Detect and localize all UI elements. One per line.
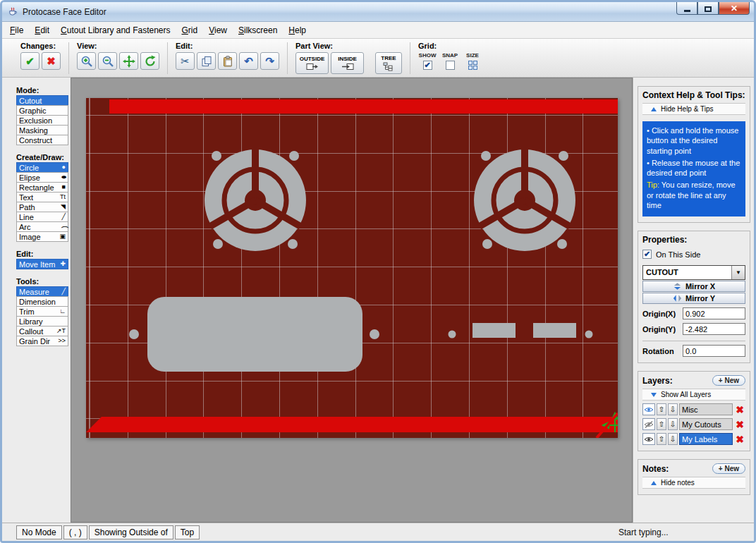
- edit-item-move[interactable]: Move Item✚: [16, 259, 68, 269]
- copy-icon: [201, 56, 212, 67]
- mounting-hole[interactable]: [449, 331, 456, 338]
- menu-view[interactable]: View: [204, 23, 232, 37]
- tool-item-dimension[interactable]: Dimension: [16, 296, 68, 307]
- help-toggle[interactable]: Hide Help & Tips: [642, 103, 745, 115]
- exclusion-strip-top[interactable]: [109, 99, 618, 114]
- tool-item-trim[interactable]: Trim∟: [16, 306, 68, 317]
- draw-item-arc[interactable]: Arc(: [16, 221, 68, 232]
- cancel-changes-button[interactable]: ✖: [42, 52, 61, 70]
- grid-show-checkbox[interactable]: ✔: [423, 61, 432, 70]
- mode-item-masking[interactable]: Masking: [16, 125, 68, 135]
- inside-view-button[interactable]: INSIDE: [331, 52, 364, 74]
- mirror-x-button[interactable]: Mirror X: [642, 281, 745, 292]
- tool-item-measure[interactable]: Measure╱: [16, 286, 68, 297]
- undo-button[interactable]: ↶: [239, 52, 258, 70]
- outside-view-button[interactable]: OUTSIDE: [295, 52, 329, 74]
- mounting-hole[interactable]: [370, 329, 379, 339]
- origin-y-input[interactable]: [683, 323, 745, 335]
- dsub-cutout[interactable]: [147, 297, 362, 372]
- item-type-dropdown[interactable]: CUTOUT ▼: [642, 265, 745, 280]
- menu-grid[interactable]: Grid: [176, 23, 202, 37]
- visibility-eye-icon[interactable]: [642, 433, 655, 445]
- draw-item-line[interactable]: Line╱: [16, 212, 68, 222]
- menu-cutout-library[interactable]: Cutout Library and Fasteners: [56, 23, 175, 37]
- delete-layer-button[interactable]: ✖: [734, 434, 745, 445]
- mode-item-graphic[interactable]: Graphic: [16, 105, 68, 116]
- canvas[interactable]: [71, 78, 633, 523]
- mounting-hole[interactable]: [585, 331, 593, 338]
- draw-item-text[interactable]: TextTt: [16, 192, 68, 202]
- paste-button[interactable]: [218, 52, 237, 70]
- fan-cutout-right[interactable]: [474, 148, 575, 251]
- apply-changes-button[interactable]: ✔: [20, 52, 39, 70]
- mirror-y-button[interactable]: Mirror Y: [642, 293, 745, 304]
- title-bar[interactable]: Protocase Face Editor ✕: [2, 2, 754, 22]
- redo-button[interactable]: ↷: [260, 52, 279, 70]
- grid-label: Grid:: [418, 42, 482, 50]
- exclusion-strip-bottom[interactable]: [86, 417, 618, 432]
- check-icon: ✔: [25, 56, 35, 66]
- tree-label: TREE: [381, 55, 396, 61]
- window-title: Protocase Face Editor: [23, 7, 106, 17]
- pan-button[interactable]: [119, 52, 138, 70]
- draw-item-elipse[interactable]: Elipse●: [16, 172, 68, 183]
- fan-cutout-left[interactable]: [205, 148, 306, 251]
- rectangle-icon: ■: [62, 184, 66, 190]
- toolbar-separator: [167, 42, 168, 74]
- visibility-eye-off-icon[interactable]: [642, 418, 655, 430]
- menu-silkscreen[interactable]: Silkscreen: [233, 23, 282, 37]
- menu-help[interactable]: Help: [284, 23, 311, 37]
- close-button[interactable]: ✕: [719, 2, 750, 15]
- layer-down-button[interactable]: ⇩: [668, 418, 678, 430]
- face-panel[interactable]: [86, 98, 618, 438]
- tool-item-callout[interactable]: Callout↗T: [16, 326, 68, 336]
- mode-item-construct[interactable]: Construct: [16, 135, 68, 145]
- status-coordinates: ( , ): [63, 525, 87, 539]
- cut-button[interactable]: ✂: [176, 52, 195, 70]
- new-layer-button[interactable]: + New: [712, 375, 745, 386]
- tree-view-button[interactable]: TREE: [375, 52, 402, 74]
- visibility-eye-icon[interactable]: [642, 403, 655, 415]
- draw-item-circle[interactable]: Circle●: [16, 162, 68, 173]
- menu-file[interactable]: File: [5, 23, 28, 37]
- rotation-input[interactable]: [683, 345, 745, 357]
- layer-name[interactable]: Misc: [679, 403, 733, 415]
- mounting-hole[interactable]: [129, 329, 139, 339]
- layer-down-button[interactable]: ⇩: [668, 433, 678, 445]
- menu-edit[interactable]: Edit: [30, 23, 54, 37]
- tool-item-library[interactable]: Library: [16, 316, 68, 327]
- rect-cutout-2[interactable]: [533, 323, 576, 338]
- grid-size-icon[interactable]: [468, 61, 477, 70]
- origin-x-input[interactable]: [683, 307, 745, 319]
- on-this-side-checkbox[interactable]: ✔ On This Side: [642, 250, 745, 259]
- minimize-button[interactable]: [676, 2, 697, 15]
- toolbar-group-changes: Changes: ✔ ✖: [20, 42, 61, 70]
- copy-button[interactable]: [197, 52, 216, 70]
- layer-name[interactable]: My Labels: [679, 433, 733, 445]
- delete-layer-button[interactable]: ✖: [734, 404, 745, 415]
- grid-snap-checkbox[interactable]: [446, 61, 455, 70]
- layer-up-button[interactable]: ⇧: [657, 433, 666, 445]
- layers-toggle[interactable]: Show All Layers: [642, 389, 745, 401]
- zoom-out-button[interactable]: [98, 52, 117, 70]
- layer-name[interactable]: My Cutouts: [679, 418, 733, 430]
- layer-down-button[interactable]: ⇩: [668, 403, 678, 415]
- mode-item-exclusion[interactable]: Exclusion: [16, 115, 68, 126]
- new-note-button[interactable]: + New: [712, 463, 745, 474]
- zoom-in-button[interactable]: [77, 52, 96, 70]
- layer-up-button[interactable]: ⇧: [657, 418, 666, 430]
- draw-item-image[interactable]: Image▣: [16, 231, 68, 242]
- draw-item-rectangle[interactable]: Rectangle■: [16, 182, 68, 193]
- mode-item-cutout[interactable]: Cutout: [16, 95, 68, 106]
- chevron-down-icon[interactable]: ▼: [731, 266, 745, 279]
- rect-cutout-1[interactable]: [472, 323, 516, 338]
- notes-hint[interactable]: Start typing...: [618, 527, 669, 537]
- layer-up-button[interactable]: ⇧: [657, 403, 666, 415]
- changes-label: Changes:: [20, 42, 61, 50]
- delete-layer-button[interactable]: ✖: [734, 419, 745, 430]
- draw-item-path[interactable]: Path◥: [16, 202, 68, 212]
- notes-toggle[interactable]: Hide notes: [642, 477, 745, 489]
- maximize-button[interactable]: [697, 2, 719, 15]
- tool-item-grain-dir[interactable]: Grain Dir>>: [16, 336, 68, 346]
- refresh-button[interactable]: [140, 52, 159, 70]
